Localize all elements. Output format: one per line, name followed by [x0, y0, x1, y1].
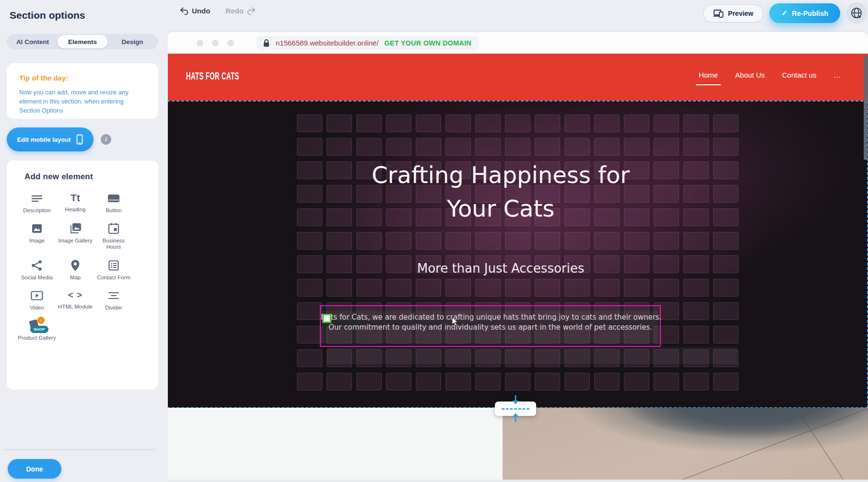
hero-subheading[interactable]: More than Just Accessories [168, 261, 833, 275]
site-header[interactable]: HATS FOR CATS Home About Us Contact us .… [167, 54, 868, 101]
paragraph-element-selected[interactable]: Hats for Cats, we are dedicated to craft… [320, 305, 661, 347]
divider-icon [107, 289, 120, 302]
hero-tile [327, 279, 352, 297]
element-video[interactable]: Video [18, 289, 56, 311]
hero-tile [624, 279, 649, 297]
section-resize-handle[interactable] [495, 402, 536, 416]
undo-icon [180, 7, 188, 15]
hero-tile [594, 138, 620, 156]
hero-tile [564, 138, 590, 156]
hero-tile [535, 279, 560, 297]
element-contact-form[interactable]: Contact Form [94, 259, 133, 281]
lock-icon [263, 39, 270, 47]
contact-form-icon [107, 259, 120, 272]
hero-tile [713, 302, 739, 320]
hero-tile [535, 232, 560, 250]
browser-chrome: n1566589.websitebuilder.online/ GET YOUR… [167, 32, 868, 54]
image-gallery-icon [69, 222, 82, 235]
hero-heading[interactable]: Crafting Happiness for Your Cats [168, 158, 833, 225]
element-html-module[interactable]: < > HTML Module [56, 289, 94, 311]
element-label: Contact Form [97, 275, 130, 281]
element-button[interactable]: Button [94, 192, 133, 214]
hero-tile [713, 138, 739, 156]
hero-tile [297, 373, 322, 390]
nav-more-ellipsis[interactable]: ... [833, 71, 841, 79]
get-your-own-domain-link[interactable]: GET YOUR OWN DOMAIN [384, 39, 471, 47]
element-heading[interactable]: Tt Heading [56, 192, 94, 214]
edit-mobile-layout-button[interactable]: Edit mobile layout [7, 127, 94, 151]
undo-button[interactable]: Undo [180, 7, 210, 15]
redo-button[interactable]: Redo [225, 7, 256, 15]
element-divider[interactable]: Divider [94, 289, 133, 311]
hero-section-selected[interactable]: Crafting Happiness for Your Cats More th… [167, 101, 868, 408]
hero-tile [683, 279, 709, 297]
hero-tile [416, 279, 441, 297]
product-gallery-icon: ↑ SHOP [28, 320, 46, 332]
nav-contact-us[interactable]: Contact us [782, 71, 817, 79]
hero-tile [564, 373, 590, 390]
hero-tile [654, 232, 679, 250]
hero-tile [297, 138, 322, 156]
element-description[interactable]: Description [18, 192, 56, 214]
tab-ai-content[interactable]: AI Content [8, 35, 58, 48]
hero-tile [505, 138, 530, 156]
hero-tile [446, 279, 471, 297]
hero-tile [594, 279, 620, 297]
republish-button[interactable]: ✓ Re-Publish [769, 3, 840, 23]
element-label: Product Gallery [18, 335, 56, 341]
undo-redo-group: Undo Redo [180, 7, 256, 15]
hero-tile [356, 232, 382, 250]
hero-tile [535, 138, 560, 156]
hero-tile [297, 326, 322, 344]
element-label: Divider [105, 305, 122, 311]
site-url[interactable]: n1566589.websitebuilder.online/ [276, 39, 378, 47]
hero-tile [386, 138, 411, 156]
hero-tile [297, 232, 322, 250]
hero-tile [535, 115, 560, 132]
hero-tile [446, 115, 471, 132]
tip-of-the-day-card: Tip of the day: Now you can add, move an… [7, 63, 158, 119]
html-module-icon: < > [68, 289, 82, 301]
nav-home[interactable]: Home [699, 71, 718, 79]
element-product-gallery[interactable]: ↑ SHOP Product Gallery [18, 320, 56, 341]
browser-dots [197, 40, 234, 46]
hero-tile [446, 232, 471, 250]
language-globe-button[interactable] [846, 2, 867, 23]
element-image[interactable]: Image [18, 222, 56, 250]
nav-about-us[interactable]: About Us [735, 71, 765, 79]
tab-design[interactable]: Design [107, 35, 157, 48]
hero-tile [386, 373, 411, 390]
sidebar-divider [5, 449, 154, 450]
hero-tile [713, 115, 739, 132]
tab-elements[interactable]: Elements [58, 35, 107, 48]
hero-tile [654, 373, 679, 390]
hero-tile [683, 302, 709, 320]
hero-tile [624, 138, 649, 156]
hero-tile [564, 232, 590, 250]
address-bar[interactable]: n1566589.websitebuilder.online/ GET YOUR… [256, 36, 479, 50]
upgrade-arrow-badge: ↑ [37, 317, 45, 324]
hero-tile [505, 279, 530, 297]
preview-button[interactable]: Preview [703, 4, 763, 23]
element-business-hours[interactable]: Business Hours [94, 222, 133, 250]
hero-tile [713, 326, 739, 344]
hero-tile [446, 373, 471, 390]
element-map[interactable]: Map [56, 259, 94, 281]
info-icon[interactable]: i [101, 134, 111, 145]
hero-tile [297, 115, 322, 132]
element-drag-handle[interactable] [322, 314, 331, 323]
done-button[interactable]: Done [8, 459, 61, 479]
element-label: Map [70, 275, 81, 281]
bottom-edge-strip [167, 480, 868, 482]
site-logo[interactable]: HATS FOR CATS [186, 71, 239, 83]
hero-tile [416, 232, 441, 250]
element-social-media[interactable]: Social Media [18, 259, 56, 281]
hero-tile [475, 232, 501, 250]
shop-badge: SHOP [30, 326, 48, 333]
element-label: Social Media [21, 275, 53, 281]
social-media-icon [31, 259, 43, 272]
element-image-gallery[interactable]: Image Gallery [56, 222, 94, 250]
hero-tile [475, 138, 501, 156]
preview-scrollbar-thumb[interactable] [864, 56, 868, 160]
element-grid: Description Tt Heading Button Image Imag… [18, 192, 158, 341]
